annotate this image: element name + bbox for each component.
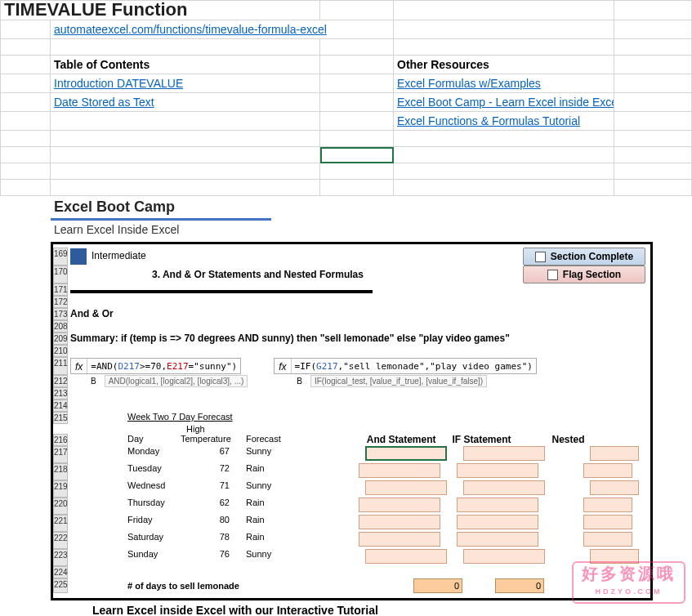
other-header: Other Resources bbox=[394, 56, 614, 74]
nested-input[interactable] bbox=[583, 463, 632, 478]
and-input[interactable] bbox=[365, 480, 447, 495]
rownum[interactable]: 225 bbox=[53, 578, 68, 593]
fx-icon: fx bbox=[275, 359, 291, 373]
day-cell[interactable]: Saturday bbox=[127, 532, 172, 549]
and-input[interactable] bbox=[359, 463, 440, 478]
rownum[interactable]: 221 bbox=[53, 515, 68, 532]
nested-input[interactable] bbox=[590, 446, 639, 461]
if-input[interactable] bbox=[463, 480, 545, 495]
day-cell[interactable]: Monday bbox=[127, 446, 172, 463]
toc-link-1[interactable]: Date Stored as Text bbox=[51, 93, 320, 112]
if-input[interactable] bbox=[457, 463, 538, 478]
rownum[interactable]: 222 bbox=[53, 532, 68, 549]
other-link-1[interactable]: Excel Boot Camp - Learn Excel inside Exc… bbox=[394, 93, 614, 112]
forecast-cell[interactable]: Sunny bbox=[246, 446, 271, 463]
temp-cell[interactable]: 62 bbox=[181, 498, 230, 515]
forecast-cell[interactable]: Rain bbox=[246, 532, 265, 549]
forecast-cell[interactable]: Rain bbox=[246, 515, 265, 532]
forecast-cell[interactable]: Sunny bbox=[246, 549, 271, 566]
nested-input[interactable] bbox=[590, 549, 639, 564]
checkbox-icon bbox=[547, 270, 558, 280]
if-input[interactable] bbox=[463, 446, 545, 461]
and-hint: AND(logical1, [logical2], [logical3], ..… bbox=[105, 375, 248, 387]
chapter-title: 3. And & Or Statements and Nested Formul… bbox=[152, 269, 364, 280]
day-cell[interactable]: Tuesday bbox=[127, 463, 172, 480]
rownum[interactable]: 223 bbox=[53, 549, 68, 566]
rownum[interactable]: 170 bbox=[53, 266, 68, 283]
page-title: TIMEVALUE Function bbox=[0, 0, 320, 20]
and-input[interactable] bbox=[359, 532, 440, 547]
divider bbox=[70, 290, 373, 293]
rownum[interactable]: 217 bbox=[53, 446, 68, 463]
toc-header: Table of Contents bbox=[51, 56, 320, 74]
andor-header: And & Or bbox=[70, 308, 645, 320]
if-input[interactable] bbox=[457, 498, 538, 512]
rownum[interactable]: 210 bbox=[53, 345, 68, 357]
temp-cell[interactable]: 76 bbox=[181, 549, 230, 566]
rownum[interactable]: 216 bbox=[53, 434, 68, 446]
section-complete-button[interactable]: Section Complete bbox=[523, 248, 645, 266]
temp-cell[interactable]: 71 bbox=[181, 480, 230, 498]
main-link[interactable]: automateexcel.com/functions/timevalue-fo… bbox=[51, 20, 394, 39]
high-label: High bbox=[127, 424, 645, 434]
checkbox-icon bbox=[535, 252, 546, 262]
forecast-cell[interactable]: Rain bbox=[246, 463, 265, 480]
rownum[interactable]: 211 bbox=[53, 357, 68, 375]
nested-input[interactable] bbox=[590, 480, 639, 495]
if-input[interactable] bbox=[457, 532, 538, 547]
temp-cell[interactable]: 80 bbox=[181, 515, 230, 532]
bootcamp-sub: Learn Excel Inside Excel bbox=[51, 221, 692, 239]
rownum[interactable]: 213 bbox=[53, 387, 68, 400]
rownum[interactable]: 214 bbox=[53, 400, 68, 412]
flag-section-button[interactable]: Flag Section bbox=[523, 266, 645, 283]
if-input[interactable] bbox=[457, 515, 538, 529]
day-cell[interactable]: Thursday bbox=[127, 498, 172, 515]
forecast-cell[interactable]: Rain bbox=[246, 498, 265, 515]
rownum[interactable]: 172 bbox=[53, 296, 68, 308]
rownum[interactable]: 171 bbox=[53, 283, 68, 296]
bootcamp-screenshot: 169 Intermediate Section Complete 170 3.… bbox=[51, 242, 653, 600]
day-cell[interactable]: Friday bbox=[127, 515, 172, 532]
forecast-cell[interactable]: Sunny bbox=[246, 480, 271, 498]
and-input[interactable] bbox=[365, 446, 447, 461]
bullet-0: Learn Excel inside Excel with our Intera… bbox=[92, 600, 692, 616]
day-cell[interactable]: Sunday bbox=[127, 549, 172, 566]
formula-and[interactable]: fx=AND(D217>=70,E217="sunny") bbox=[70, 358, 241, 374]
days-label: # of days to sell lemonade bbox=[127, 581, 324, 591]
if-hint: IF(logical_test, [value_if_true], [value… bbox=[310, 375, 487, 387]
nested-input[interactable] bbox=[583, 532, 632, 547]
rownum[interactable]: 173 bbox=[53, 308, 68, 320]
temp-cell[interactable]: 78 bbox=[181, 532, 230, 549]
and-input[interactable] bbox=[359, 515, 440, 529]
fx-icon: fx bbox=[71, 359, 87, 373]
day-cell[interactable]: Wednesd bbox=[127, 480, 172, 498]
temp-cell[interactable]: 72 bbox=[181, 463, 230, 480]
page-root: TIMEVALUE Function automateexcel.com/fun… bbox=[0, 0, 692, 616]
summary-text: Summary: if (temp is => 70 degrees AND s… bbox=[70, 333, 645, 345]
temp-cell[interactable]: 67 bbox=[181, 446, 230, 463]
formula-if[interactable]: fx=IF(G217,"sell lemonade","play video g… bbox=[274, 358, 537, 374]
rownum[interactable]: 209 bbox=[53, 333, 68, 345]
other-link-2[interactable]: Excel Functions & Formulas Tutorial bbox=[394, 112, 614, 131]
rownum[interactable]: 219 bbox=[53, 480, 68, 498]
level-indicator-icon bbox=[70, 248, 87, 265]
selected-cell[interactable] bbox=[320, 147, 394, 163]
and-result[interactable]: 0 bbox=[413, 578, 462, 593]
toc-link-0[interactable]: Introduction DATEVALUE bbox=[51, 74, 320, 93]
other-link-0[interactable]: Excel Formulas w/Examples bbox=[394, 74, 614, 93]
and-input[interactable] bbox=[365, 549, 447, 564]
rownum[interactable]: 212 bbox=[53, 375, 68, 387]
bootcamp-heading: Excel Boot Camp bbox=[51, 196, 271, 221]
level-label: Intermediate bbox=[92, 250, 146, 261]
if-input[interactable] bbox=[463, 549, 545, 564]
rownum[interactable]: 169 bbox=[53, 248, 68, 266]
rownum[interactable]: 215 bbox=[53, 412, 68, 424]
rownum[interactable]: 220 bbox=[53, 498, 68, 515]
rownum[interactable]: 224 bbox=[53, 566, 68, 578]
rownum[interactable]: 218 bbox=[53, 463, 68, 480]
and-input[interactable] bbox=[359, 498, 440, 512]
if-result[interactable]: 0 bbox=[495, 578, 544, 593]
nested-input[interactable] bbox=[583, 498, 632, 512]
rownum[interactable]: 208 bbox=[53, 320, 68, 333]
nested-input[interactable] bbox=[583, 515, 632, 529]
